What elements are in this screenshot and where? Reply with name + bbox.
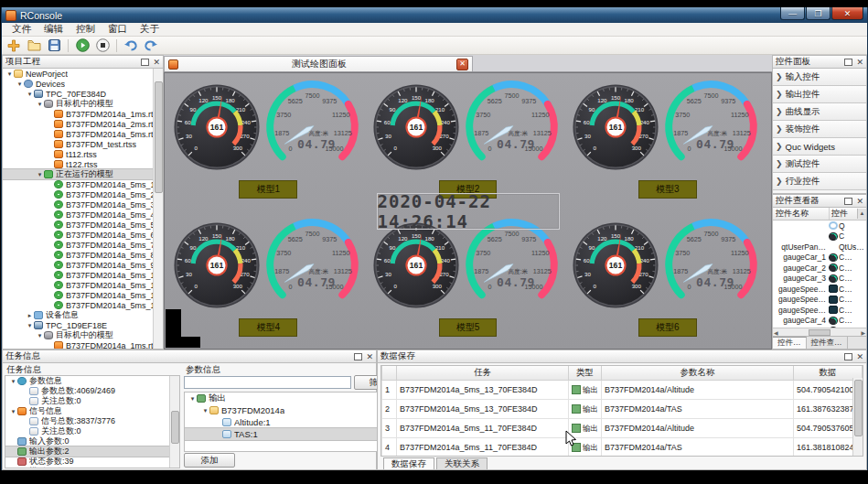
add-button[interactable]: 添加	[184, 453, 235, 468]
tree-item[interactable]: B737FDM2014a_5ms_10	[3, 270, 163, 280]
data-table-row[interactable]: 1B737FDM2014a_5ms_13_70FE384D输出B737FDM20…	[382, 381, 863, 400]
expander-open-icon[interactable]: ▾	[9, 408, 17, 415]
float-panel-button[interactable]	[844, 198, 852, 205]
viewer-row[interactable]: gaugeSpee…C…	[773, 295, 866, 306]
tree-item[interactable]: B737FDM2014a_5ms.rtss	[3, 129, 163, 139]
col-type[interactable]: 类型	[569, 366, 602, 381]
close-button[interactable]: ✕	[831, 7, 863, 20]
run-button[interactable]	[74, 38, 91, 53]
menu-item[interactable]: 窗口	[102, 23, 134, 36]
close-panel-button[interactable]: ✕	[856, 59, 863, 66]
tree-item[interactable]: B737FDM2014a_1ms.rtss	[3, 340, 163, 349]
canvas-tab[interactable]: 测试绘图面板 ✕	[164, 56, 473, 71]
expander-open-icon[interactable]: ▾	[26, 322, 34, 329]
tree-item[interactable]: B737FDM2014a_5ms_5	[3, 220, 163, 230]
viewer-row[interactable]: gaugeCar_5C…	[773, 326, 866, 328]
tree-item[interactable]: ▾正在运行的模型	[3, 169, 163, 179]
tree-item[interactable]: 信号总数:3837/3776	[5, 416, 179, 426]
widget-section[interactable]: ❯Quc Widgets	[773, 138, 866, 156]
expander-open-icon[interactable]: ▾	[201, 407, 209, 414]
project-tree-scrollbar[interactable]	[153, 69, 163, 349]
data-panel-tab[interactable]: 数据保存	[383, 457, 434, 469]
viewer-row[interactable]: Q	[773, 220, 866, 231]
menu-item[interactable]: 文件	[5, 23, 38, 36]
tree-item[interactable]: ▾目标机中的模型	[3, 99, 163, 109]
menu-item[interactable]: 编辑	[38, 23, 70, 36]
viewer-tab[interactable]: 控件…	[773, 337, 807, 349]
redo-button[interactable]	[143, 38, 159, 53]
undo-button[interactable]	[123, 38, 139, 53]
tree-item[interactable]: B737FDM2014a_5ms_6	[3, 230, 163, 240]
viewer-hscrollbar[interactable]: ◀ ▶	[773, 328, 866, 336]
menu-item[interactable]: 控制	[70, 23, 102, 36]
viewer-row[interactable]: gaugeCar_1C…	[773, 253, 866, 264]
viewer-row[interactable]: C	[773, 231, 866, 242]
open-button[interactable]	[26, 38, 42, 53]
tree-item[interactable]: TAS:1	[185, 428, 401, 440]
tree-item[interactable]: 模型名称:B737FDM2014a_5ms	[5, 467, 179, 468]
scroll-up-icon[interactable]: ▲	[857, 209, 866, 219]
float-panel-button[interactable]	[141, 59, 149, 66]
viewer-row[interactable]: qtUserPan…QtUs…	[773, 242, 866, 253]
widget-section[interactable]: ❯装饰控件	[773, 121, 866, 138]
widget-section[interactable]: ❯曲线显示	[773, 103, 866, 121]
tree-item[interactable]: B737FDM2014a_5ms_9	[3, 260, 163, 270]
tree-item[interactable]: ▾Devices	[3, 79, 163, 89]
tree-item[interactable]: B737FDM2014a_5ms_2	[3, 189, 163, 199]
tree-item[interactable]: Altitude:1	[185, 416, 401, 428]
tree-item[interactable]: B737FDM2014a_5ms_8	[3, 250, 163, 260]
menu-item[interactable]: 关于	[134, 23, 166, 36]
data-table-row[interactable]: 4B737FDM2014a_5ms_11_70FE384D输出B737FDM20…	[382, 438, 863, 457]
col-param[interactable]: 参数名称	[602, 366, 794, 381]
tree-item[interactable]: B737FDM2014a_5ms_1	[3, 179, 163, 189]
viewer-row[interactable]: gaugeCar_2C…	[773, 263, 866, 274]
tree-item[interactable]: ▸设备信息	[3, 310, 163, 320]
viewer-row[interactable]: gaugeSpee…C…	[773, 284, 866, 295]
data-table-row[interactable]: 2B737FDM2014a_5ms_13_70FE384D输出B737FDM20…	[382, 400, 863, 419]
data-table-row[interactable]: 3B737FDM2014a_5ms_11_70FE384D输出B737FDM20…	[382, 419, 863, 438]
close-panel-button[interactable]: ✕	[153, 59, 160, 66]
close-panel-button[interactable]: ✕	[856, 198, 863, 205]
scroll-left-icon[interactable]: ◀	[774, 329, 778, 336]
stop-button[interactable]	[94, 38, 111, 53]
expander-open-icon[interactable]: ▾	[36, 101, 44, 108]
widget-section[interactable]: ❯行业控件	[773, 173, 866, 190]
save-button[interactable]	[46, 38, 62, 53]
viewer-row[interactable]: gaugeCar_3C…	[773, 274, 866, 285]
expander-open-icon[interactable]: ▾	[16, 81, 24, 88]
tree-item[interactable]: B737FDM2014a_5ms_12	[3, 290, 163, 300]
expander-closed-icon[interactable]: ▸	[26, 312, 34, 319]
tree-item[interactable]: B737FDM2014a_2ms.rtss	[3, 119, 163, 129]
tree-item[interactable]: t112.rtss	[3, 149, 163, 159]
tree-item[interactable]: B737FDM2014a_5ms_7	[3, 240, 163, 250]
col-task[interactable]: 任务	[397, 366, 569, 381]
expander-open-icon[interactable]: ▾	[36, 332, 44, 339]
tree-item[interactable]: ▾B737FDM2014a	[185, 404, 401, 416]
data-panel-tab[interactable]: 关联关系	[436, 457, 488, 469]
new-button[interactable]	[5, 38, 22, 53]
widget-section[interactable]: ❯测试控件	[773, 156, 866, 173]
tree-item[interactable]: B737FDM2014a_5ms_11	[3, 280, 163, 290]
expander-open-icon[interactable]: ▾	[9, 378, 17, 385]
tree-item[interactable]: B737FDM2014a_5ms_3	[3, 199, 163, 210]
tree-item[interactable]: ▾目标机中的模型	[3, 330, 163, 340]
viewer-column-name[interactable]: 控件名称	[773, 208, 830, 220]
close-panel-button[interactable]: ✕	[856, 353, 863, 360]
tree-item[interactable]: ▾NewPorject	[3, 69, 163, 79]
maximize-button[interactable]: ❐	[806, 7, 830, 20]
viewer-row[interactable]: gaugeSpee…C…	[773, 305, 866, 316]
tree-item[interactable]: B737FDM2014a_5ms_4	[3, 210, 163, 220]
title-bar[interactable]: RConsole — ❐ ✕	[2, 7, 867, 23]
viewer-row[interactable]: gaugeCar_4C…	[773, 316, 866, 327]
tree-item[interactable]: 参数总数:4069/2469	[5, 386, 179, 396]
widget-section[interactable]: ❯输出控件	[773, 86, 866, 103]
float-panel-button[interactable]	[354, 353, 362, 360]
viewer-tab[interactable]: 控件查…	[807, 337, 848, 349]
widget-section[interactable]: ❯输入控件	[773, 69, 866, 86]
task-tree-scrollbar[interactable]	[169, 376, 179, 468]
data-table-scrollbar[interactable]	[852, 378, 863, 456]
close-panel-button[interactable]: ✕	[366, 353, 373, 360]
expander-open-icon[interactable]: ▾	[188, 395, 197, 403]
tree-item[interactable]: B737FDM2014a_1ms.rtss	[3, 109, 163, 119]
expander-open-icon[interactable]: ▾	[5, 70, 14, 78]
